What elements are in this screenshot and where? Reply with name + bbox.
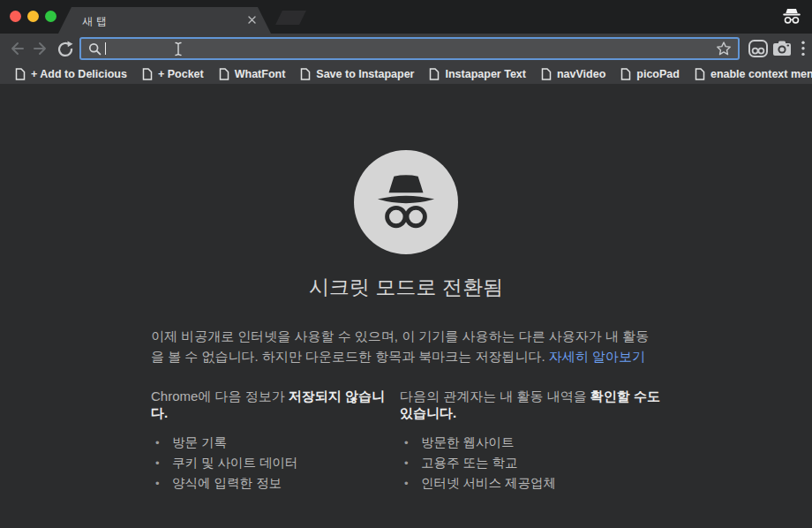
bookmark-label: enable context menu [710, 68, 812, 80]
bookmark-star-icon[interactable] [716, 41, 732, 57]
list-item: •방문한 웹사이트 [400, 433, 661, 453]
page-icon [15, 68, 26, 80]
search-icon [88, 42, 102, 56]
bookmark-add-to-delicious[interactable]: + Add to Delicious [15, 68, 127, 80]
bullet-glyph: • [151, 473, 172, 494]
page-icon [219, 68, 229, 80]
incognito-badge-icon [781, 8, 802, 25]
tab-title: 새 탭 [82, 14, 107, 29]
bookmark-label: picoPad [636, 68, 680, 80]
text-caret [105, 42, 106, 55]
list-item: •인터넷 서비스 제공업체 [400, 473, 661, 494]
list-item: •방문 기록 [151, 433, 400, 453]
bookmark-instapaper-text[interactable]: Instapaper Text [429, 68, 525, 80]
chrome-menu-icon[interactable] [797, 40, 809, 57]
page-icon [300, 68, 311, 80]
bookmark-label: navVideo [557, 68, 605, 80]
bookmark-save-to-instapaper[interactable]: Save to Instapaper [300, 68, 414, 80]
incognito-logo [354, 150, 458, 254]
page-icon [541, 68, 552, 80]
tab-strip: 새 탭 [0, 0, 812, 34]
tab-new-tab[interactable]: 새 탭 [58, 7, 271, 34]
visible-to-heading: 다음의 관계자는 내 활동 내역을 확인할 수도 있습니다. [400, 388, 661, 422]
bookmark-enable-context-menu[interactable]: enable context menu [695, 68, 812, 80]
close-window-button[interactable] [10, 11, 21, 22]
bookmark-label: + Pocket [158, 68, 204, 80]
not-saved-list: •방문 기록 •쿠키 및 사이트 데이터 •양식에 입력한 정보 [151, 433, 400, 494]
omnibox[interactable] [79, 37, 740, 60]
bullet-glyph: • [400, 433, 421, 453]
bookmark-pocket[interactable]: + Pocket [142, 68, 204, 80]
list-item: •고용주 또는 학교 [400, 453, 661, 473]
bullet-glyph: • [400, 473, 421, 494]
visible-to-list: •방문한 웹사이트 •고용주 또는 학교 •인터넷 서비스 제공업체 [400, 433, 661, 494]
forward-button[interactable] [32, 40, 49, 57]
bookmark-navvideo[interactable]: navVideo [541, 68, 605, 80]
zoom-window-button[interactable] [45, 11, 56, 22]
incognito-description: 이제 비공개로 인터넷을 사용할 수 있으며, 이 기기를 사용하는 다른 사용… [151, 326, 661, 366]
browser-window: 새 탭 [0, 0, 812, 528]
bookmark-picopad[interactable]: picoPad [620, 68, 680, 80]
list-item: •쿠키 및 사이트 데이터 [151, 453, 400, 473]
toolbar [0, 34, 812, 64]
visible-to-column: 다음의 관계자는 내 활동 내역을 확인할 수도 있습니다. •방문한 웹사이트… [400, 388, 661, 494]
bookmark-whatfont[interactable]: WhatFont [219, 68, 286, 80]
ibeam-cursor-icon [174, 41, 183, 57]
info-columns: Chrome에 다음 정보가 저장되지 않습니다. •방문 기록 •쿠키 및 사… [151, 388, 661, 494]
page-icon [142, 68, 153, 80]
page-icon [620, 68, 631, 80]
bullet-glyph: • [151, 433, 172, 453]
bookmark-label: Save to Instapaper [316, 68, 414, 80]
new-tab-button[interactable] [275, 11, 306, 25]
page-icon [695, 68, 705, 80]
incognito-spy-icon [374, 174, 438, 230]
bookmark-label: + Add to Delicious [31, 68, 127, 80]
goggles-extension-icon[interactable] [748, 38, 769, 59]
bullet-glyph: • [400, 453, 421, 473]
page-title: 시크릿 모드로 전환됨 [0, 274, 812, 301]
bookmark-label: WhatFont [235, 68, 286, 80]
bookmarks-bar: + Add to Delicious + Pocket WhatFont Sav… [0, 64, 812, 84]
learn-more-link[interactable]: 자세히 알아보기 [549, 349, 645, 364]
camera-extension-icon[interactable] [771, 38, 793, 59]
tab-close-icon[interactable] [248, 16, 256, 24]
window-controls [10, 11, 56, 22]
incognito-new-tab-page: 시크릿 모드로 전환됨 이제 비공개로 인터넷을 사용할 수 있으며, 이 기기… [0, 84, 812, 528]
back-button[interactable] [8, 40, 26, 57]
bookmark-label: Instapaper Text [445, 68, 525, 80]
bullet-glyph: • [151, 453, 172, 473]
not-saved-column: Chrome에 다음 정보가 저장되지 않습니다. •방문 기록 •쿠키 및 사… [151, 388, 400, 494]
page-icon [429, 68, 440, 80]
reload-button[interactable] [56, 40, 74, 57]
minimize-window-button[interactable] [27, 11, 39, 22]
list-item: •양식에 입력한 정보 [151, 473, 400, 494]
not-saved-heading: Chrome에 다음 정보가 저장되지 않습니다. [151, 388, 400, 422]
